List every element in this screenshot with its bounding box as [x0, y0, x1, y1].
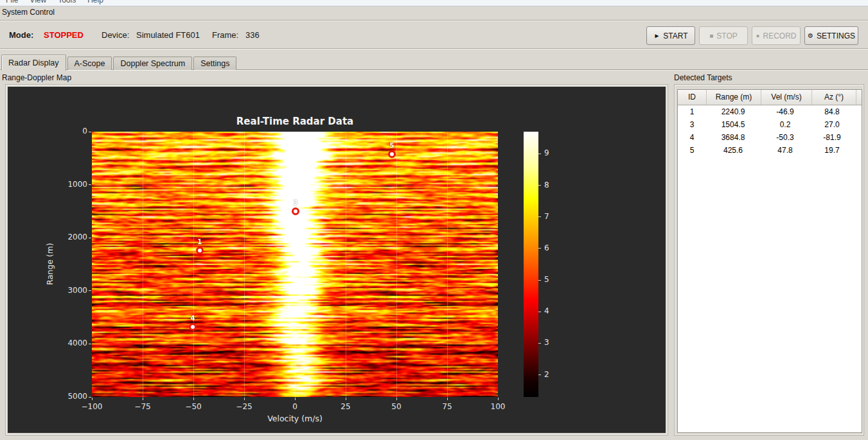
- colorbar: [524, 132, 538, 397]
- x-tick-label: −25: [225, 402, 263, 411]
- record-icon: ●: [756, 32, 759, 39]
- table-row[interactable]: 12240.9-46.984.8: [678, 105, 862, 118]
- x-tick-mark: [396, 398, 397, 400]
- control-buttons: ► START ■ STOP ● RECORD ⚙ SETTINGS: [646, 26, 858, 45]
- colorbar-tick-mark: [538, 343, 541, 344]
- colorbar-tick-mark: [538, 312, 541, 312]
- x-tick-mark: [193, 398, 194, 400]
- target-marker-label: 4: [186, 315, 199, 322]
- x-tick-mark: [346, 398, 346, 400]
- tab-radar-display[interactable]: Radar Display: [1, 55, 66, 71]
- x-tick-mark: [295, 398, 296, 400]
- y-tick-label: 3000: [57, 286, 87, 295]
- menu-bar: FileViewToolsHelp: [0, 0, 868, 6]
- device-value: Simulated FT601: [136, 30, 200, 40]
- colorbar-tick-label: 9: [544, 148, 560, 157]
- x-tick-label: −100: [73, 402, 111, 411]
- x-tick-mark: [447, 398, 448, 400]
- column-header-id[interactable]: ID: [678, 90, 707, 105]
- x-tick-label: 0: [276, 402, 314, 411]
- x-tick-label: 25: [326, 402, 365, 411]
- play-icon: ►: [653, 32, 660, 39]
- table-cell: -46.9: [760, 105, 810, 118]
- table-cell: 0.2: [760, 118, 810, 131]
- column-header-vel[interactable]: Vel (m/s): [761, 90, 812, 105]
- x-tick-mark: [143, 398, 143, 400]
- table-row[interactable]: 43684.8-50.3-81.9: [678, 131, 862, 144]
- group-divider-bottom: [0, 48, 868, 49]
- table-cell: [854, 131, 862, 144]
- table-cell: 1504.5: [706, 118, 760, 131]
- device-label: Device:: [102, 30, 129, 40]
- plot-title: Real-Time Radar Data: [92, 116, 498, 127]
- radar-app-window: FileViewToolsHelp System Control Mode: S…: [0, 0, 868, 440]
- table-cell: [854, 118, 862, 131]
- y-tick-mark: [89, 132, 91, 132]
- settings-button[interactable]: ⚙ SETTINGS: [804, 26, 858, 45]
- system-control-title: System Control: [2, 8, 55, 17]
- target-marker-label: 5: [385, 142, 398, 149]
- tab-bar: Radar Display A-Scope Doppler Spectrum S…: [1, 54, 236, 70]
- targets-table-body: 12240.9-46.984.831504.50.227.043684.8-50…: [678, 105, 862, 157]
- table-cell: 1: [678, 105, 706, 118]
- x-tick-label: 100: [479, 402, 517, 411]
- y-axis-label: Range (m): [45, 219, 55, 309]
- y-tick-label: 0: [57, 127, 87, 136]
- y-tick-mark: [89, 344, 91, 344]
- menu-view[interactable]: View: [24, 0, 52, 4]
- record-button[interactable]: ● RECORD: [752, 26, 801, 45]
- colorbar-tick-mark: [538, 280, 541, 281]
- table-cell: 19.7: [810, 144, 854, 157]
- table-row[interactable]: 5425.647.819.7: [678, 144, 862, 157]
- menu-tools[interactable]: Tools: [52, 0, 82, 4]
- x-tick-mark: [244, 398, 245, 400]
- group-divider-top: [0, 20, 868, 21]
- target-marker: [292, 207, 299, 215]
- colorbar-tick-mark: [538, 185, 541, 186]
- table-cell: 47.8: [760, 144, 810, 157]
- stop-button-label: STOP: [716, 31, 737, 40]
- colorbar-tick-mark: [538, 248, 541, 249]
- y-tick-mark: [89, 184, 91, 185]
- x-tick-label: −75: [123, 402, 162, 411]
- table-cell: 27.0: [810, 118, 854, 131]
- colorbar-tick-mark: [538, 374, 541, 375]
- column-header-range[interactable]: Range (m): [707, 90, 761, 105]
- target-marker-label: 1: [193, 238, 206, 245]
- start-button-label: START: [663, 31, 687, 40]
- table-cell: [854, 144, 862, 157]
- target-marker: [196, 247, 204, 254]
- x-tick-label: 75: [428, 402, 466, 411]
- colorbar-tick-label: 2: [544, 370, 560, 379]
- table-row[interactable]: 31504.50.227.0: [678, 118, 862, 131]
- tab-doppler-spectrum[interactable]: Doppler Spectrum: [113, 57, 192, 70]
- frame-label: Frame:: [212, 30, 238, 40]
- colorbar-tick-label: 5: [544, 275, 560, 284]
- y-tick-mark: [89, 397, 91, 398]
- mode-value: STOPPED: [44, 30, 84, 40]
- table-cell: 3: [678, 118, 706, 131]
- table-cell: 3684.8: [706, 131, 760, 144]
- x-axis-label: Velocity (m/s): [92, 414, 498, 423]
- table-cell: [854, 105, 862, 118]
- targets-table: ID Range (m) Vel (m/s) Az (°) 12240.9-46…: [677, 89, 862, 433]
- targets-table-header: ID Range (m) Vel (m/s) Az (°): [678, 90, 862, 105]
- x-tick-mark: [92, 398, 93, 400]
- colorbar-tick-label: 3: [544, 338, 560, 347]
- tab-a-scope[interactable]: A-Scope: [67, 57, 112, 70]
- start-button[interactable]: ► START: [646, 26, 695, 45]
- x-tick-label: −50: [174, 402, 213, 411]
- mode-label: Mode:: [9, 30, 33, 40]
- colorbar-tick-label: 4: [544, 306, 560, 315]
- colorbar-tick-mark: [538, 216, 541, 217]
- tab-settings[interactable]: Settings: [193, 57, 236, 70]
- stop-button[interactable]: ■ STOP: [699, 26, 748, 45]
- range-doppler-heatmap: [92, 132, 498, 397]
- menu-help[interactable]: Help: [82, 0, 109, 4]
- table-cell: 2240.9: [706, 105, 760, 118]
- colorbar-tick-label: 8: [544, 180, 560, 189]
- stop-icon: ■: [709, 32, 713, 39]
- y-tick-mark: [89, 290, 91, 291]
- menu-file[interactable]: File: [0, 0, 24, 4]
- column-header-az[interactable]: Az (°): [812, 90, 856, 105]
